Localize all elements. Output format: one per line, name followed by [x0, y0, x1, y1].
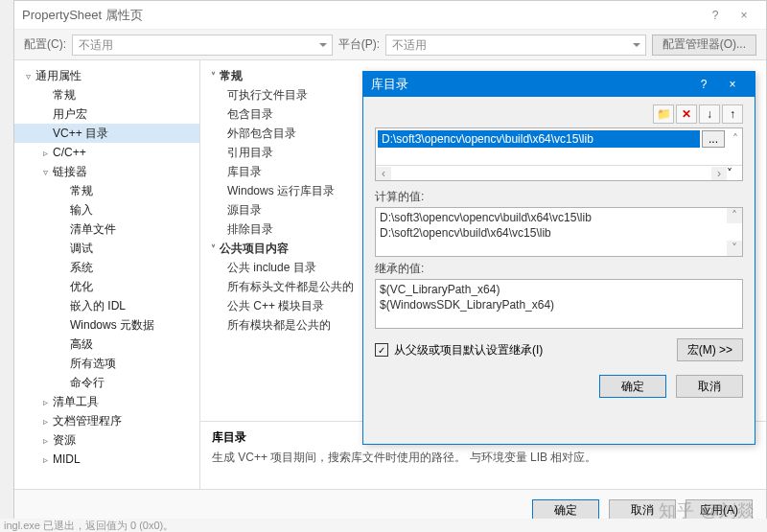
tree-node[interactable]: ▹VC++ 目录 — [14, 124, 199, 143]
scroll-left-icon[interactable]: ‹ — [376, 167, 391, 180]
scroll-up-icon[interactable]: ˄ — [727, 208, 742, 223]
dialog-cancel-button[interactable]: 取消 — [676, 375, 743, 398]
delete-line-button[interactable]: ✕ — [676, 104, 697, 124]
computed-label: 计算的值: — [375, 189, 743, 205]
config-manager-button[interactable]: 配置管理器(O)... — [652, 35, 756, 56]
desc-body: 生成 VC++ 项目期间，搜索库文件时使用的路径。 与环境变量 LIB 相对应。 — [212, 450, 755, 466]
new-line-button[interactable]: 📁 — [653, 104, 674, 124]
nav-tree[interactable]: ▿通用属性▹常规▹用户宏▹VC++ 目录▹C/C++▿链接器▹常规▹输入▹清单文… — [14, 60, 200, 489]
tree-node[interactable]: ▿通用属性 — [14, 66, 199, 85]
config-label: 配置(C): — [24, 36, 66, 53]
inherited-list: $(VC_LibraryPath_x64)$(WindowsSDK_Librar… — [375, 279, 743, 329]
browse-button[interactable]: ... — [702, 130, 725, 148]
close-button[interactable]: × — [730, 6, 758, 25]
scroll-right-icon[interactable]: › — [711, 167, 727, 180]
tree-node[interactable]: ▹常规 — [14, 181, 199, 200]
tree-node[interactable]: ▿链接器 — [14, 162, 199, 181]
tree-node[interactable]: ▹调试 — [14, 239, 199, 258]
tree-node[interactable]: ▹输入 — [14, 200, 199, 220]
lib-dir-dialog: 库目录 ? × 📁 ✕ ↓ ↑ D:\soft3\opencv\opencv\b… — [362, 71, 755, 445]
tree-node[interactable]: ▹C/C++ — [14, 143, 199, 162]
tree-node[interactable]: ▹嵌入的 IDL — [14, 296, 199, 315]
h-scrollbar[interactable]: ‹ › ˅ — [376, 165, 742, 180]
tree-node[interactable]: ▹高级 — [14, 335, 199, 354]
inherit-label: 从父级或项目默认设置继承(I) — [394, 342, 543, 359]
dialog-toolbar: 📁 ✕ ↓ ↑ — [363, 97, 755, 126]
tree-node[interactable]: ▹MIDL — [14, 450, 199, 469]
scroll-up-icon[interactable]: ˄ — [729, 132, 742, 146]
tree-node[interactable]: ▹所有选项 — [14, 354, 199, 373]
dialog-close-button[interactable]: × — [718, 75, 747, 94]
tree-node[interactable]: ▹常规 — [14, 85, 199, 104]
dialog-titlebar: 库目录 ? × — [363, 72, 755, 97]
macro-button[interactable]: 宏(M) >> — [677, 338, 743, 361]
edit-value[interactable]: D:\soft3\opencv\opencv\build\x64\vc15\li… — [378, 130, 700, 148]
tree-node[interactable]: ▹Windows 元数据 — [14, 315, 199, 335]
platform-label: 平台(P): — [338, 36, 380, 53]
dialog-ok-button[interactable]: 确定 — [599, 375, 666, 398]
help-button[interactable]: ? — [701, 6, 730, 25]
dialog-title: 库目录 — [371, 76, 689, 93]
scroll-down-icon[interactable]: ˅ — [727, 167, 742, 180]
tree-node[interactable]: ▹优化 — [14, 277, 199, 296]
inherited-label: 继承的值: — [375, 261, 743, 277]
tree-node[interactable]: ▹文档管理程序 — [14, 411, 199, 430]
platform-combo[interactable]: 不适用 — [385, 35, 646, 56]
scroll-down-icon[interactable]: ˅ — [727, 241, 742, 256]
config-combo[interactable]: 不适用 — [72, 35, 333, 56]
titlebar: PropertySheet 属性页 ? × — [14, 1, 766, 30]
tree-node[interactable]: ▹资源 — [14, 430, 199, 450]
dialog-help-button[interactable]: ? — [689, 75, 718, 94]
inherit-row: ✓ 从父级或项目默认设置继承(I) 宏(M) >> — [375, 338, 743, 361]
computed-list: D:\soft3\opencv\opencv\build\x64\vc15\li… — [375, 207, 743, 257]
status-line: ingl.exe 已退出，返回值为 0 (0x0)。 — [0, 519, 767, 532]
window-title: PropertySheet 属性页 — [22, 7, 701, 24]
tree-node[interactable]: ▹清单工具 — [14, 392, 199, 411]
tree-node[interactable]: ▹系统 — [14, 258, 199, 277]
config-toolbar: 配置(C): 不适用 平台(P): 不适用 配置管理器(O)... — [14, 30, 766, 60]
move-down-button[interactable]: ↓ — [699, 104, 720, 124]
move-up-button[interactable]: ↑ — [722, 104, 743, 124]
tree-node[interactable]: ▹用户宏 — [14, 104, 199, 124]
dialog-footer: 确定 取消 — [363, 367, 755, 407]
tree-node[interactable]: ▹命令行 — [14, 373, 199, 392]
tree-node[interactable]: ▹清单文件 — [14, 220, 199, 239]
inherit-checkbox[interactable]: ✓ — [375, 343, 388, 357]
edit-list[interactable]: D:\soft3\opencv\opencv\build\x64\vc15\li… — [375, 127, 743, 181]
